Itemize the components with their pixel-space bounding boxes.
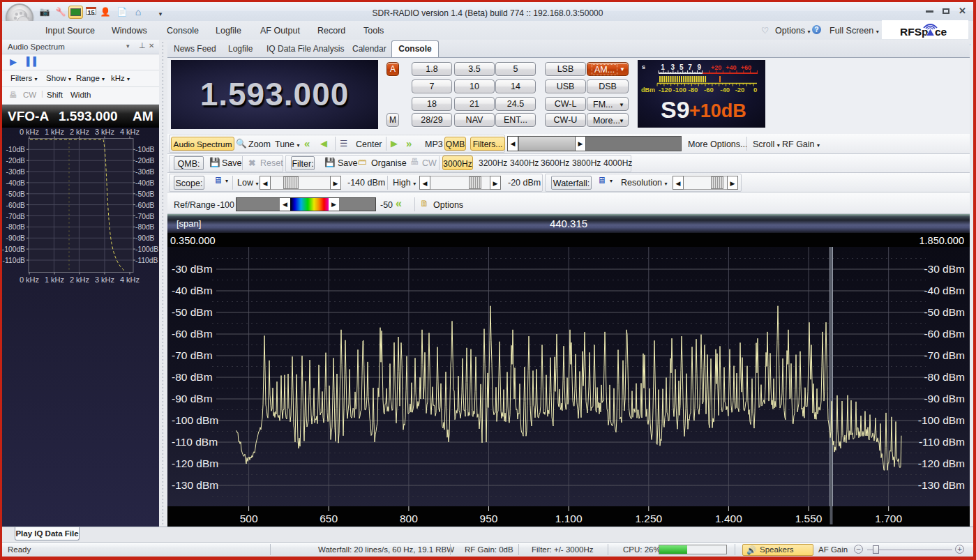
svg-text:-40 dBm: -40 dBm xyxy=(172,285,213,296)
svg-text:-110 dBm: -110 dBm xyxy=(919,436,965,448)
svg-text:dBm: dBm xyxy=(641,86,655,93)
svg-text:4 kHz: 4 kHz xyxy=(120,275,140,284)
svg-text:-30 dBm: -30 dBm xyxy=(924,263,965,275)
svg-text:-130 dBm: -130 dBm xyxy=(172,479,218,491)
svg-text:2 kHz: 2 kHz xyxy=(70,275,89,284)
svg-text:-60 dBm: -60 dBm xyxy=(172,328,213,340)
svg-text:650: 650 xyxy=(320,513,338,524)
svg-text:-90dB: -90dB xyxy=(135,234,155,242)
svg-text:-110dB: -110dB xyxy=(3,257,26,264)
svg-text:-120 dBm: -120 dBm xyxy=(172,457,218,469)
svg-text:1: 1 xyxy=(661,63,665,71)
svg-text:+60: +60 xyxy=(741,64,751,71)
svg-text:-100dB: -100dB xyxy=(2,245,25,253)
svg-text:0 kHz: 0 kHz xyxy=(20,275,39,284)
svg-text:ce: ce xyxy=(935,26,947,38)
svg-text:-10dB: -10dB xyxy=(6,146,26,153)
svg-text:-50 dBm: -50 dBm xyxy=(172,306,213,318)
svg-text:-90 dBm: -90 dBm xyxy=(172,393,213,404)
svg-text:-60dB: -60dB xyxy=(135,202,155,209)
svg-text:-30dB: -30dB xyxy=(6,168,26,176)
svg-text:s: s xyxy=(642,63,645,70)
svg-text:-50dB: -50dB xyxy=(6,190,26,198)
svg-text:0 kHz: 0 kHz xyxy=(20,128,39,136)
svg-text:1 kHz: 1 kHz xyxy=(45,275,64,284)
svg-text:1.100: 1.100 xyxy=(555,513,583,524)
svg-text:3: 3 xyxy=(671,63,675,71)
svg-text:+40: +40 xyxy=(726,64,736,71)
svg-text:-110dB: -110dB xyxy=(135,257,158,264)
svg-text:-60dB: -60dB xyxy=(6,202,26,209)
svg-text:1 kHz: 1 kHz xyxy=(45,128,64,136)
svg-text:-80 dBm: -80 dBm xyxy=(172,371,213,383)
svg-text:-10dB: -10dB xyxy=(135,146,155,153)
svg-text:950: 950 xyxy=(480,513,498,524)
svg-text:-40 dBm: -40 dBm xyxy=(924,285,965,296)
svg-text:-110 dBm: -110 dBm xyxy=(172,436,218,448)
svg-text:-50 dBm: -50 dBm xyxy=(924,306,965,318)
svg-text:1.250: 1.250 xyxy=(635,513,662,524)
svg-text:1.550: 1.550 xyxy=(795,513,823,524)
svg-text:-30dB: -30dB xyxy=(135,168,155,176)
svg-text:-40dB: -40dB xyxy=(6,179,26,187)
svg-text:RFSp: RFSp xyxy=(900,26,928,38)
svg-text:800: 800 xyxy=(400,513,418,524)
svg-text:9: 9 xyxy=(698,63,702,71)
svg-text:-70 dBm: -70 dBm xyxy=(924,349,965,361)
svg-text:-20dB: -20dB xyxy=(135,157,155,165)
svg-text:-90dB: -90dB xyxy=(6,234,26,242)
svg-text:3 kHz: 3 kHz xyxy=(95,128,114,136)
svg-text:-60 dBm: -60 dBm xyxy=(924,328,965,340)
svg-text:+20: +20 xyxy=(711,64,721,71)
svg-text:-30 dBm: -30 dBm xyxy=(172,263,213,275)
svg-text:3 kHz: 3 kHz xyxy=(95,275,114,284)
svg-text:2 kHz: 2 kHz xyxy=(70,128,89,136)
svg-text:-50dB: -50dB xyxy=(135,190,155,198)
svg-text:0: 0 xyxy=(753,86,757,93)
svg-text:-100 dBm: -100 dBm xyxy=(172,414,218,426)
svg-text:-80 dBm: -80 dBm xyxy=(924,371,965,383)
svg-text:-100 dBm: -100 dBm xyxy=(918,414,965,426)
svg-text:-60: -60 xyxy=(704,86,714,93)
svg-text:-90 dBm: -90 dBm xyxy=(924,393,965,404)
svg-text:-100: -100 xyxy=(673,86,686,93)
svg-text:+10dB: +10dB xyxy=(689,100,746,121)
svg-text:5: 5 xyxy=(680,63,684,71)
svg-text:-80: -80 xyxy=(689,86,698,93)
svg-text:-40: -40 xyxy=(720,86,730,93)
svg-text:-80dB: -80dB xyxy=(6,223,26,231)
svg-text:-20dB: -20dB xyxy=(6,157,26,165)
svg-text:500: 500 xyxy=(240,513,258,524)
svg-text:1.700: 1.700 xyxy=(875,513,902,524)
svg-text:-20: -20 xyxy=(735,86,745,93)
svg-text:-70dB: -70dB xyxy=(6,213,26,220)
svg-text:1.400: 1.400 xyxy=(715,513,742,524)
svg-text:7: 7 xyxy=(688,63,692,71)
svg-text:-70dB: -70dB xyxy=(135,213,155,220)
svg-text:-120 dBm: -120 dBm xyxy=(918,457,965,469)
svg-text:-120: -120 xyxy=(659,86,672,93)
svg-text:-80dB: -80dB xyxy=(135,223,155,231)
svg-text:S9: S9 xyxy=(661,96,690,123)
svg-text:-130 dBm: -130 dBm xyxy=(918,479,965,491)
svg-text:4 kHz: 4 kHz xyxy=(120,128,140,136)
svg-text:-100dB: -100dB xyxy=(135,245,158,253)
svg-text:-70 dBm: -70 dBm xyxy=(172,349,213,361)
svg-text:-40dB: -40dB xyxy=(135,179,155,187)
